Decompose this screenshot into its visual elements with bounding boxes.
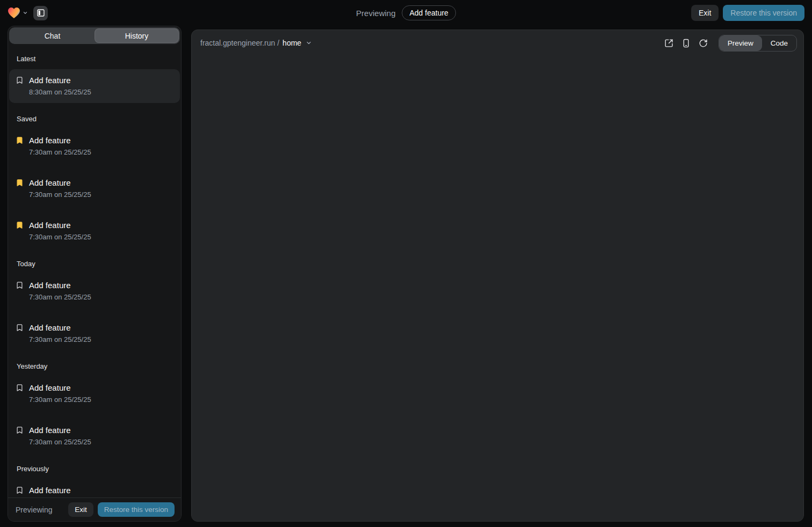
lovable-heart-icon [8,7,20,19]
history-item-timestamp: 7:30am on 25/25/25 [29,232,91,243]
history-item-title: Add feature [29,177,91,188]
bookmark-outline-icon [16,383,24,392]
history-item-timestamp: 7:30am on 25/25/25 [29,147,91,158]
footer-previewing-label: Previewing [16,506,64,514]
tab-preview[interactable]: Preview [719,35,762,51]
mobile-device-icon [682,39,691,48]
section-header-yesterday: Yesterday [9,362,180,370]
chevron-down-icon [23,10,28,16]
history-item-timestamp: 7:30am on 25/25/25 [29,189,91,200]
panel-left-icon [37,9,45,17]
preview-viewport[interactable] [192,56,803,521]
previewing-label: Previewing [356,9,395,18]
url-page: home [282,39,301,47]
history-list[interactable]: LatestAdd feature8:30am on 25/25/25Saved… [8,45,181,497]
history-item[interactable]: Add feature7:30am on 25/25/25 [9,172,180,206]
section-header-previously: Previously [9,465,180,473]
history-item-title: Add feature [29,219,91,231]
mobile-preview-button[interactable] [679,35,694,50]
history-item-title: Add feature [29,135,91,146]
history-item-timestamp: 7:30am on 25/25/25 [29,394,91,405]
history-item-timestamp: 7:30am on 25/25/25 [29,292,91,303]
history-sidebar: Chat History LatestAdd feature8:30am on … [8,26,182,522]
open-in-new-window-button[interactable] [662,35,677,50]
tab-chat[interactable]: Chat [10,28,95,43]
url-prefix: fractal.gptengineer.run / [200,39,279,47]
history-item[interactable]: Add feature7:30am on 25/25/25 [9,129,180,163]
section-header-latest: Latest [9,55,180,63]
section-header-today: Today [9,260,180,268]
topbar-status: Previewing Add feature [356,0,456,26]
history-item[interactable]: Add feature7:30am on 25/25/25 [9,274,180,308]
history-item-title: Add feature [29,485,91,496]
history-item-timestamp: 7:30am on 25/25/25 [29,334,91,345]
refresh-button[interactable] [696,35,711,50]
url-selector[interactable]: fractal.gptengineer.run / home [200,39,312,47]
tab-history[interactable]: History [95,28,179,43]
chevron-down-icon [306,40,312,46]
brand[interactable] [8,7,28,19]
history-item[interactable]: Add feature7:30am on 25/25/25 [9,419,180,453]
view-mode-toggle: Preview Code [719,35,797,52]
bookmark-filled-icon [16,136,24,145]
version-badge[interactable]: Add feature [402,5,455,20]
exit-button[interactable]: Exit [691,5,719,21]
sidebar-toggle-button[interactable] [33,6,48,20]
footer-exit-button[interactable]: Exit [68,502,93,517]
history-item[interactable]: Add feature7:30am on 25/25/25 [9,377,180,411]
bookmark-outline-icon [16,323,24,332]
history-item[interactable]: Add feature7:30am on 25/25/25 [9,214,180,248]
bookmark-outline-icon [16,486,24,495]
preview-header: fractal.gptengineer.run / home [192,30,803,56]
bookmark-outline-icon [16,426,24,435]
history-item[interactable]: Add feature8:30am on 25/25/25 [9,69,180,103]
history-item[interactable]: Add feature7:30am on 25/25/25 [9,317,180,350]
history-item-timestamp: 8:30am on 25/25/25 [29,87,91,98]
history-item-timestamp: 7:30am on 25/25/25 [29,437,91,448]
bookmark-outline-icon [16,281,24,290]
preview-controls: Preview Code [662,35,797,52]
footer-restore-version-button[interactable]: Restore this version [98,502,175,517]
preview-panel: fractal.gptengineer.run / home [191,30,804,522]
topbar-actions: Exit Restore this version [691,5,804,21]
history-item-title: Add feature [29,322,91,333]
history-item-title: Add feature [29,382,91,393]
bookmark-filled-icon [16,178,24,187]
history-item-title: Add feature [29,280,91,291]
restore-version-button[interactable]: Restore this version [723,5,804,21]
section-header-saved: Saved [9,115,180,123]
top-bar: Previewing Add feature Exit Restore this… [0,0,812,26]
sidebar-footer: Previewing Exit Restore this version [8,497,181,521]
sidebar-tabs: Chat History [9,27,180,44]
tab-code[interactable]: Code [762,35,796,51]
open-in-new-window-icon [664,39,673,48]
history-item-title: Add feature [29,75,91,86]
history-item-title: Add feature [29,424,91,436]
bookmark-outline-icon [16,76,24,85]
history-item[interactable]: Add feature7:30am on 25/25/25 [9,479,180,497]
refresh-icon [699,39,708,48]
bookmark-filled-icon [16,221,24,230]
